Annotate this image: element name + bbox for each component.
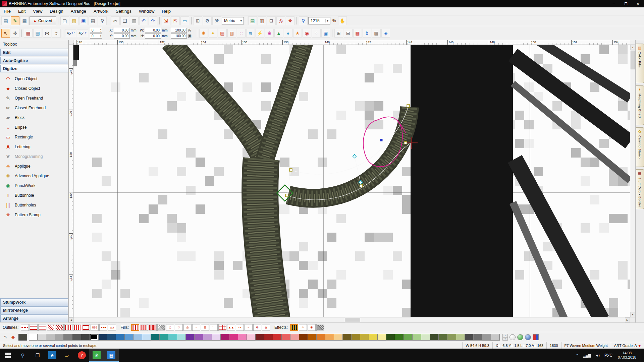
show-background-icon[interactable]: ▤ (248, 16, 257, 25)
landscape-icon[interactable]: ▲ (274, 29, 283, 38)
taskbar-search[interactable]: ⚲ (15, 349, 30, 362)
fill-satin[interactable] (140, 324, 148, 331)
minimize-button[interactable]: ─ (608, 0, 620, 7)
outline-satin[interactable] (82, 324, 90, 331)
color-swatch[interactable] (430, 334, 439, 341)
color-swatch[interactable] (474, 334, 482, 341)
grid-small-icon[interactable]: ⊞ (334, 29, 343, 38)
tool-buttonholes[interactable]: |||Buttonholes (0, 200, 68, 210)
mirror-vertical-icon[interactable]: ≎ (52, 29, 61, 38)
color-swatch[interactable] (116, 334, 125, 341)
tool-lettering[interactable]: ALettering (0, 142, 68, 152)
scroll-down-arrow[interactable]: ▼ (630, 312, 635, 317)
horizontal-scrollbar[interactable]: ◀ ▶ (69, 317, 635, 322)
show-picture-icon[interactable]: ▭ (180, 16, 189, 25)
outline-single[interactable] (21, 324, 29, 331)
palette-spin-down-icon[interactable]: ▾ (502, 337, 508, 341)
color-swap-icon[interactable] (533, 334, 539, 340)
spin-down-icon[interactable]: ▾ (100, 36, 101, 38)
color-swatch[interactable] (343, 334, 352, 341)
tool-buttonhole[interactable]: IButtonhole (0, 190, 68, 200)
color-swatch[interactable] (482, 334, 491, 341)
select-object-icon[interactable]: ↖ (1, 29, 10, 38)
outline-stem-thick[interactable] (73, 324, 81, 331)
scroll-left-arrow[interactable]: ◀ (69, 317, 74, 322)
color-swatch[interactable] (203, 334, 212, 341)
horizontal-scroll-thumb[interactable] (345, 318, 360, 322)
color-swatch[interactable] (352, 334, 360, 341)
tool-applique[interactable]: ❋Applique (0, 161, 68, 171)
zoom-tool-icon[interactable]: ⚲ (299, 16, 308, 25)
reshape-object-icon[interactable]: ✜ (11, 29, 19, 38)
tray-network[interactable]: ▂▄▆ (581, 353, 593, 358)
palette-spin-up-icon[interactable]: ▴ (502, 334, 508, 337)
rotate-angle-field[interactable]: 0 ▴▾ (90, 28, 102, 33)
color-swatch[interactable] (273, 334, 282, 341)
undo-icon[interactable]: ↶ (139, 16, 148, 25)
beads-icon[interactable]: ⁘ (312, 29, 321, 38)
close-button[interactable]: ✕ (632, 0, 644, 7)
outline-stem[interactable] (64, 324, 72, 331)
outline-double[interactable] (30, 324, 38, 331)
fill-fancy[interactable] (149, 324, 157, 331)
design-properties-icon[interactable]: ⊞ (194, 16, 202, 25)
thread-ball-green-icon[interactable] (517, 334, 523, 340)
start-button[interactable] (0, 349, 15, 362)
tool-monogramming[interactable]: ❦Monogramming (0, 152, 68, 161)
color-swatch[interactable] (90, 334, 99, 341)
color-swatch[interactable] (491, 334, 500, 341)
outline-pattern-run[interactable]: ●●● (99, 324, 107, 331)
scroll-right-arrow[interactable]: ▶ (625, 317, 630, 322)
zoom-factor-combo[interactable]: 1215▾ (308, 17, 330, 24)
x-position-field[interactable]: 0.00 (114, 28, 130, 33)
effect-gray-weave[interactable] (316, 324, 324, 331)
thread-ball-blue-icon[interactable] (525, 334, 531, 340)
color-swatch[interactable] (369, 334, 378, 341)
fill-contour[interactable]: ≡ (192, 324, 200, 331)
tool-block[interactable]: ▰Block (0, 113, 68, 122)
scale-x-field[interactable]: 100.00 (171, 28, 187, 33)
color-swatch[interactable] (386, 334, 395, 341)
color-swatch[interactable] (413, 334, 421, 341)
fill-trees[interactable]: ▲▲ (227, 324, 235, 331)
color-swatch[interactable] (168, 334, 177, 341)
pattern-fill-orange-icon[interactable]: ▥ (227, 29, 236, 38)
taskbar-app-yandex[interactable]: Y (74, 349, 89, 362)
cut-icon[interactable]: ✂ (111, 16, 120, 25)
fill-ripple[interactable]: ◎ (183, 324, 192, 331)
toolbox-section-auto-digitize[interactable]: Auto-Digitize (0, 57, 68, 64)
tray-volume[interactable]: ◄) (593, 353, 602, 357)
color-swatch[interactable] (229, 334, 238, 341)
restore-button[interactable]: ❐ (620, 0, 632, 7)
color-swatch[interactable] (160, 334, 168, 341)
color-swatch[interactable] (142, 334, 151, 341)
current-color-swatch[interactable] (18, 334, 27, 341)
hardware-wrench-icon[interactable]: ⚒ (212, 16, 221, 25)
stitch-canvas-icon[interactable]: ▦ (20, 16, 29, 25)
tool-closed-freehand[interactable]: ✏Closed Freehand (0, 103, 68, 113)
toolbox-section-edit[interactable]: Edit (0, 49, 68, 56)
palette-scroll-spinner[interactable]: ▴ ▾ (502, 334, 508, 341)
action-center-button[interactable] (641, 349, 644, 362)
fill-lacework[interactable]: ⊞ (201, 324, 209, 331)
color-swatch[interactable] (308, 334, 317, 341)
insert-artwork-icon[interactable]: ⇲ (162, 16, 170, 25)
tool-rectangle[interactable]: ▭Rectangle (0, 132, 68, 142)
print-preview-icon[interactable]: ⚲ (98, 16, 107, 25)
color-swatch[interactable] (29, 334, 38, 341)
menu-item-edit[interactable]: Edit (14, 8, 29, 15)
color-swatch[interactable] (325, 334, 334, 341)
color-swatch[interactable] (238, 334, 247, 341)
dropdown-arrow-icon[interactable]: ▾ (325, 19, 329, 22)
width-field[interactable]: 0.00 (145, 28, 161, 33)
menu-item-view[interactable]: View (29, 8, 46, 15)
pattern-fill-red-icon[interactable]: ▤ (218, 29, 227, 38)
aspect-lock-icon[interactable]: ▣ (188, 34, 192, 38)
paste-icon[interactable]: ▥ (130, 16, 139, 25)
fill-step[interactable] (131, 324, 139, 331)
taskbar-app-bernina[interactable]: ✳ (89, 349, 104, 362)
stumpwork-panel-icon[interactable]: ▣ (321, 29, 330, 38)
color-swatch[interactable] (404, 334, 413, 341)
tool-advanced-applique[interactable]: ❁Advanced Applique (0, 171, 68, 181)
color-swatch[interactable] (64, 334, 72, 341)
